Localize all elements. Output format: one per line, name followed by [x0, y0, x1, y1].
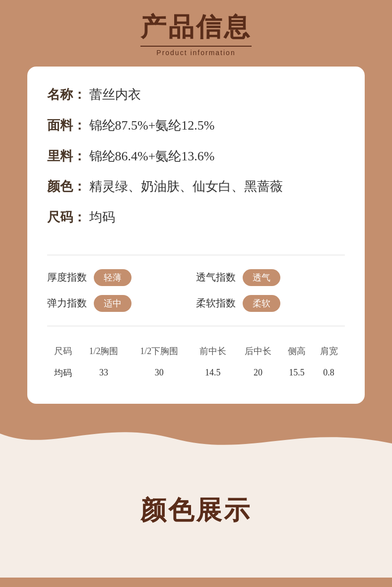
cell-front-length: 14.5: [190, 362, 235, 384]
lining-label: 里料：: [47, 149, 86, 163]
thickness-badge: 轻薄: [94, 269, 131, 286]
size-table: 尺码 1/2胸围 1/2下胸围 前中长 后中长 侧高 肩宽 均码 33 30 1…: [47, 340, 345, 384]
color-label: 颜色：: [47, 179, 86, 194]
color-section: 颜色展示: [0, 473, 392, 538]
page-wrapper: 产品信息 Product information 名称： 蕾丝内衣 面料： 锦纶…: [0, 0, 392, 587]
cell-back-length: 20: [235, 362, 280, 384]
info-card: 名称： 蕾丝内衣 面料： 锦纶87.5%+氨纶12.5% 里料： 锦纶86.4%…: [27, 67, 365, 404]
product-info-block: 名称： 蕾丝内衣 面料： 锦纶87.5%+氨纶12.5% 里料： 锦纶86.4%…: [47, 81, 345, 245]
table-row: 均码 33 30 14.5 20 15.5 0.8: [47, 362, 345, 384]
wave-divider: [0, 419, 392, 468]
softness-indicator: 柔软指数 柔软: [196, 295, 345, 312]
thickness-indicator: 厚度指数 轻薄: [47, 269, 196, 286]
softness-label: 柔软指数: [196, 296, 236, 310]
thickness-label: 厚度指数: [47, 271, 87, 284]
col-back-length: 后中长: [235, 340, 280, 362]
col-half-underbust: 1/2下胸围: [128, 340, 190, 362]
lining-row: 里料： 锦纶86.4%+氨纶13.6%: [47, 148, 345, 165]
page-title: 产品信息: [140, 10, 252, 45]
header-section: 产品信息 Product information: [0, 0, 392, 67]
name-label: 名称：: [47, 87, 86, 102]
wave-svg: [0, 419, 392, 468]
softness-badge: 柔软: [243, 295, 280, 312]
divider-1: [47, 255, 345, 255]
product-name-row: 名称： 蕾丝内衣: [47, 86, 345, 103]
page-subtitle: Product information: [0, 49, 392, 57]
cell-half-underbust: 30: [128, 362, 190, 384]
elasticity-indicator: 弹力指数 适中: [47, 295, 196, 312]
fabric-value: 锦纶87.5%+氨纶12.5%: [89, 118, 215, 133]
size-row: 尺码： 均码: [47, 209, 345, 226]
cell-half-chest: 33: [79, 362, 129, 384]
breathability-badge: 透气: [243, 269, 280, 286]
cell-shoulder-width: 0.8: [313, 362, 345, 384]
lining-value: 锦纶86.4%+氨纶13.6%: [89, 149, 215, 163]
bottom-section: 颜色展示: [0, 468, 392, 578]
table-header-row: 尺码 1/2胸围 1/2下胸围 前中长 后中长 侧高 肩宽: [47, 340, 345, 362]
divider-2: [47, 326, 345, 326]
cell-side-height: 15.5: [281, 362, 313, 384]
color-value: 精灵绿、奶油肤、仙女白、黑蔷薇: [89, 179, 283, 194]
breathability-label: 透气指数: [196, 271, 236, 284]
breathability-indicator: 透气指数 透气: [196, 269, 345, 286]
color-section-title: 颜色展示: [0, 493, 392, 528]
name-value: 蕾丝内衣: [89, 87, 141, 102]
cell-size: 均码: [47, 362, 79, 384]
indicators-section: 厚度指数 轻薄 透气指数 透气 弹力指数 适中 柔软指数 柔软: [47, 269, 345, 312]
col-size: 尺码: [47, 340, 79, 362]
fabric-row: 面料： 锦纶87.5%+氨纶12.5%: [47, 117, 345, 134]
col-shoulder-width: 肩宽: [313, 340, 345, 362]
elasticity-label: 弹力指数: [47, 296, 87, 310]
col-front-length: 前中长: [190, 340, 235, 362]
col-half-chest: 1/2胸围: [79, 340, 129, 362]
color-row: 颜色： 精灵绿、奶油肤、仙女白、黑蔷薇: [47, 178, 345, 195]
size-label: 尺码：: [47, 210, 86, 224]
elasticity-badge: 适中: [94, 295, 131, 312]
fabric-label: 面料：: [47, 118, 86, 133]
col-side-height: 侧高: [281, 340, 313, 362]
size-value: 均码: [89, 210, 115, 224]
